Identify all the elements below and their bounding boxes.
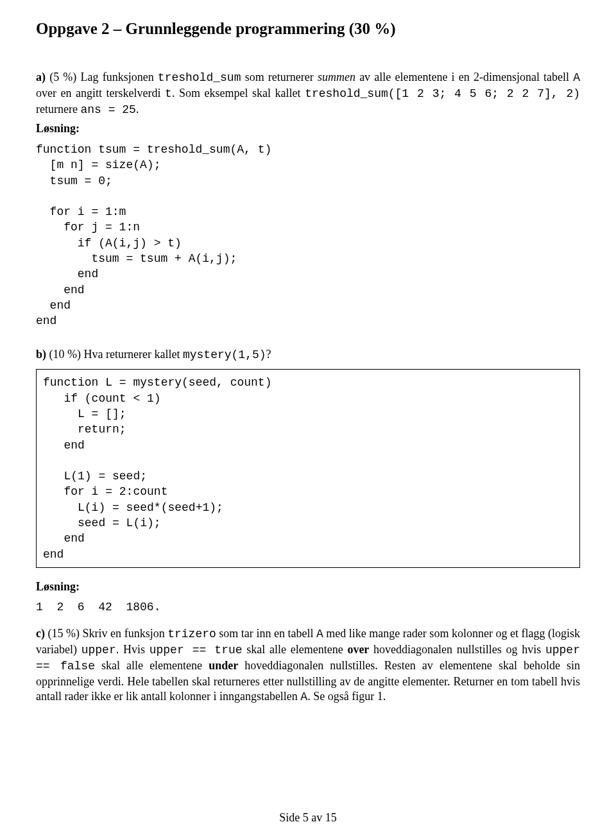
page-title: Oppgave 2 – Grunnleggende programmering …	[36, 18, 580, 39]
a-code1: treshold_sum	[158, 71, 241, 84]
a-code2: A	[573, 71, 580, 84]
c-t6: hoveddiagonalen nullstilles og hvis	[369, 643, 545, 656]
c-t5: skal alle elementene	[243, 643, 348, 656]
answer-b: 1 2 6 42 1806.	[36, 600, 580, 615]
c-code1: trizero	[167, 628, 216, 640]
c-t9: . Se også figur 1.	[307, 690, 386, 703]
c-code4: upper == true	[150, 644, 243, 656]
label-b: b)	[36, 348, 46, 361]
a-t1: Lag funksjonen	[81, 71, 158, 83]
c-t2: som tar inn en tabell	[216, 627, 316, 640]
label-a: a)	[36, 71, 46, 83]
question-a: a) (5 %) Lag funksjonen treshold_sum som…	[36, 70, 580, 117]
a-t3: av alle elementene i en 2-dimensjonal ta…	[355, 71, 573, 83]
c-code2: A	[316, 628, 323, 640]
c-code6: A	[300, 690, 307, 703]
a-ital: summen	[318, 71, 355, 83]
b-t2: ?	[266, 348, 271, 361]
a-code4: treshold_sum([1 2 3; 4 5 6; 2 2 7], 2)	[305, 87, 580, 100]
a-t4: over en angitt terskelverdi	[36, 87, 165, 99]
pct-b: (10 %)	[46, 348, 83, 361]
label-c: c)	[36, 627, 45, 640]
solution-label-b: Løsning:	[36, 579, 580, 595]
code-block-b: function L = mystery(seed, count) if (co…	[43, 375, 573, 562]
a-t5: . Som eksempel skal kallet	[172, 87, 305, 99]
b-code1: mystery(1,5)	[183, 348, 266, 361]
c-t1: Skriv en funksjon	[83, 627, 168, 640]
a-t2: som returnerer	[241, 71, 317, 83]
a-t7: .	[136, 103, 139, 116]
c-bold2: under	[209, 659, 238, 672]
question-b: b) (10 %) Hva returnerer kallet mystery(…	[36, 347, 580, 363]
solution-label-a: Løsning:	[36, 121, 580, 137]
b-t1: Hva returnerer kallet	[84, 348, 183, 361]
a-code3: t	[165, 87, 172, 100]
code-block-a: function tsum = treshold_sum(A, t) [m n]…	[36, 142, 580, 329]
code-box-b: function L = mystery(seed, count) if (co…	[36, 369, 580, 568]
c-bold1: over	[347, 643, 369, 656]
pct-c: (15 %)	[45, 627, 83, 640]
a-t6: returnere	[36, 103, 80, 116]
c-code3: upper	[81, 644, 116, 656]
a-code5: ans = 25	[80, 103, 135, 116]
c-t7: skal alle elementene	[95, 659, 209, 672]
page-footer: Side 5 av 15	[0, 810, 616, 826]
question-c: c) (15 %) Skriv en funksjon trizero som …	[36, 626, 580, 705]
page: Oppgave 2 – Grunnleggende programmering …	[0, 0, 616, 840]
pct-a: (5 %)	[46, 71, 81, 83]
c-t4: . Hvis	[116, 643, 150, 656]
